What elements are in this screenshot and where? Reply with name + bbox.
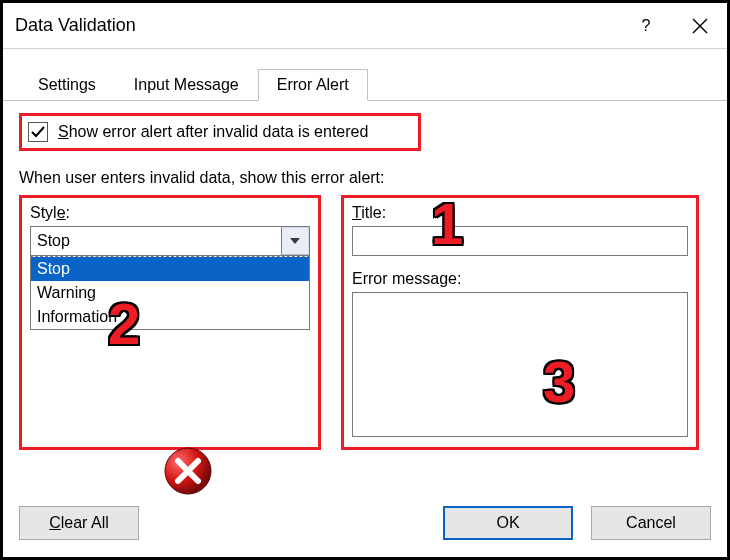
title-label: Title: [352,204,688,222]
tab-content: Show error alert after invalid data is e… [3,101,727,493]
option-label: Warning [37,284,96,301]
label-underline: T [352,204,361,221]
cancel-button[interactable]: Cancel [591,506,711,540]
button-label: OK [496,514,519,532]
error-message-textarea[interactable] [352,292,688,437]
help-button[interactable]: ? [619,3,673,49]
intro-text: When user enters invalid data, show this… [19,169,711,187]
label-text: E [352,270,363,287]
show-error-alert-label: Show error alert after invalid data is e… [58,123,368,141]
style-option-warning[interactable]: Warning [31,281,309,305]
show-error-alert-row: Show error alert after invalid data is e… [19,113,421,151]
style-option-stop[interactable]: Stop [31,257,309,281]
style-option-information[interactable]: Information [31,305,309,329]
chevron-down-icon [290,238,300,244]
tab-settings[interactable]: Settings [19,69,115,100]
tab-error-alert[interactable]: Error Alert [258,69,368,101]
label-text: how error alert after invalid data is en… [69,123,369,140]
option-label: Information [37,308,117,325]
label-text2: rror message: [363,270,462,287]
dialog-window: Data Validation ? Settings Input Message… [0,0,730,560]
label-underline: S [58,123,69,140]
error-message-label: Error message: [352,270,688,288]
label-text: Styl [30,204,57,221]
tab-input-message[interactable]: Input Message [115,69,258,100]
ok-button[interactable]: OK [443,506,573,540]
tab-label: Error Alert [277,76,349,93]
button-row: Clear All OK Cancel [3,499,727,557]
error-message-wrap [352,292,688,437]
button-underline: C [49,514,61,532]
titlebar: Data Validation ? [3,3,727,49]
help-icon: ? [642,17,651,35]
style-panel: Style: Stop Stop Warning Information [19,195,321,450]
show-error-alert-checkbox[interactable] [28,122,48,142]
tab-label: Settings [38,76,96,93]
error-icon [163,446,213,496]
window-title: Data Validation [15,15,619,36]
label-text: itle: [361,204,386,221]
label-suffix: : [66,204,70,221]
button-label: Cancel [626,514,676,532]
tab-strip: Settings Input Message Error Alert [3,49,727,101]
style-value: Stop [31,227,281,255]
columns: Style: Stop Stop Warning Information Tit… [19,195,711,450]
style-listbox: Stop Warning Information [30,256,310,330]
clear-all-button[interactable]: Clear All [19,506,139,540]
button-label: lear All [61,514,109,532]
message-panel: Title: Error message: [341,195,699,450]
tab-label: Input Message [134,76,239,93]
close-button[interactable] [673,3,727,49]
style-label: Style: [30,204,310,222]
style-dropdown-button[interactable] [281,227,309,255]
option-label: Stop [37,260,70,277]
svg-marker-2 [290,238,300,244]
label-underline: e [57,204,66,221]
close-icon [692,18,708,34]
title-input[interactable] [352,226,688,256]
checkmark-icon [30,124,46,140]
style-combobox[interactable]: Stop [30,226,310,256]
